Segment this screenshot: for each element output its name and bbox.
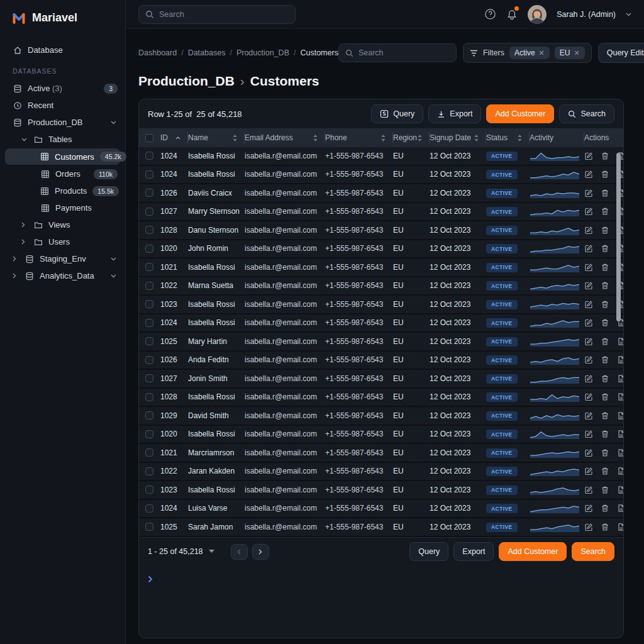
table-scrollbar[interactable] [616, 153, 621, 321]
sort-icon[interactable] [233, 135, 237, 142]
query-editor-button[interactable]: Query Editor [598, 43, 644, 63]
delete-trash-icon[interactable] [601, 374, 609, 383]
sidebar-item-orders[interactable]: Orders 110k [0, 165, 125, 182]
delete-trash-icon[interactable] [601, 467, 609, 475]
delete-trash-icon[interactable] [601, 300, 609, 309]
table-row[interactable]: 1020 John Romin isabella.r@email.com +1-… [139, 240, 623, 259]
delete-trash-icon[interactable] [601, 337, 609, 346]
document-icon[interactable] [617, 448, 623, 457]
edit-icon[interactable] [584, 263, 593, 272]
table-row[interactable]: 1026 Daviis Craicx isabella.r@email.com … [139, 184, 623, 203]
document-icon[interactable] [617, 467, 623, 475]
add-customer-button[interactable]: Add Customer [486, 104, 554, 123]
document-icon[interactable] [617, 411, 623, 420]
delete-trash-icon[interactable] [601, 523, 609, 531]
edit-icon[interactable] [584, 207, 593, 216]
chevron-down-icon[interactable] [111, 121, 116, 125]
edit-icon[interactable] [584, 189, 593, 197]
sidebar-item-views[interactable]: Views [0, 216, 125, 233]
delete-trash-icon[interactable] [601, 430, 609, 438]
row-checkbox[interactable] [145, 504, 153, 513]
table-row[interactable]: 1022 Jaran Kakden isabella.r@email.com +… [139, 463, 623, 482]
delete-trash-icon[interactable] [601, 207, 609, 216]
delete-trash-icon[interactable] [601, 318, 609, 327]
row-checkbox[interactable] [145, 393, 153, 401]
user-name[interactable]: Sarah J. (Admin) [557, 10, 616, 19]
column-header-signup[interactable]: Signup Date [430, 132, 486, 143]
row-checkbox[interactable] [145, 152, 153, 160]
table-row[interactable]: 1020 Isabella Rossi isabella.r@email.com… [139, 426, 623, 445]
edit-icon[interactable] [584, 337, 593, 346]
row-checkbox[interactable] [145, 523, 153, 531]
edit-icon[interactable] [584, 430, 593, 438]
delete-trash-icon[interactable] [601, 504, 609, 513]
row-checkbox[interactable] [145, 448, 153, 457]
edit-icon[interactable] [584, 411, 593, 420]
document-icon[interactable] [617, 392, 623, 401]
table-row[interactable]: 1025 Sarah Jamon isabella.r@email.com +1… [139, 518, 623, 537]
chevron-down-icon[interactable] [21, 138, 28, 142]
breadcrumb-item[interactable]: Production_DB [236, 48, 289, 57]
table-row[interactable]: 1023 Isabella Rossi isabella.r@email.com… [139, 296, 623, 314]
table-row[interactable]: 1027 Jonin Smith isabella.r@email.com +1… [139, 370, 623, 389]
row-checkbox[interactable] [145, 263, 153, 271]
table-row[interactable]: 1023 Isabella Rossi isabella.r@email.com… [139, 481, 623, 500]
row-checkbox[interactable] [145, 245, 153, 253]
sidebar-item-staging-env[interactable]: Staging_Env [0, 250, 125, 267]
document-icon[interactable] [617, 523, 623, 531]
delete-trash-icon[interactable] [601, 411, 609, 420]
table-row[interactable]: 1021 Marcriamrson isabella.r@email.com +… [139, 444, 623, 463]
sidebar-item-active[interactable]: Active (3) 3 [0, 80, 125, 97]
filters-label[interactable]: Filters [483, 48, 504, 57]
table-row[interactable]: 1026 Anda Feditn isabella.r@email.com +1… [139, 352, 623, 370]
sidebar-item-users[interactable]: Users [0, 233, 125, 250]
filter-chip-active[interactable]: Active✕ [509, 47, 550, 59]
edit-icon[interactable] [584, 486, 593, 494]
column-header-phone[interactable]: Phone [325, 132, 393, 143]
chevron-down-icon[interactable] [209, 550, 214, 553]
edit-icon[interactable] [584, 226, 593, 235]
row-checkbox[interactable] [145, 356, 153, 364]
delete-trash-icon[interactable] [601, 189, 609, 197]
edit-icon[interactable] [584, 318, 593, 327]
delete-trash-icon[interactable] [601, 281, 609, 290]
edit-icon[interactable] [584, 374, 593, 383]
console-prompt-chevron-icon[interactable] [148, 575, 153, 583]
table-row[interactable]: 1024 Luisa Varse isabella.r@email.com +1… [139, 500, 623, 519]
breadcrumb-item[interactable]: Databases [188, 48, 226, 57]
delete-trash-icon[interactable] [601, 226, 609, 235]
edit-icon[interactable] [584, 467, 593, 475]
sidebar-item-products[interactable]: Products 15.5k [0, 182, 125, 199]
notifications-bell-icon[interactable] [506, 8, 518, 20]
edit-icon[interactable] [584, 244, 593, 253]
delete-trash-icon[interactable] [601, 152, 609, 160]
row-checkbox[interactable] [145, 430, 153, 438]
sidebar-item-customers[interactable]: Customers 45.2k [5, 148, 120, 165]
query-button[interactable]: Query [371, 104, 423, 123]
column-header-status[interactable]: Status [486, 132, 530, 143]
breadcrumb-item[interactable]: Dashboard [138, 48, 177, 57]
row-checkbox[interactable] [145, 411, 153, 419]
table-row[interactable]: 1024 Isabella Rossi isabella.r@email.com… [139, 166, 623, 185]
row-checkbox[interactable] [145, 467, 153, 475]
column-header-region[interactable]: Region [393, 132, 430, 143]
sidebar-item-analytics-data[interactable]: Analytics_Data [0, 267, 125, 284]
sidebar-item-database[interactable]: Database [0, 42, 125, 58]
chevron-right-icon[interactable] [13, 256, 19, 262]
select-all-checkbox[interactable] [145, 134, 153, 142]
table-row[interactable]: 1027 Marry Sternson isabella.r@email.com… [139, 203, 623, 222]
row-checkbox[interactable] [145, 300, 153, 308]
table-row[interactable]: 1025 Mary Hartin isabella.r@email.com +1… [139, 333, 623, 352]
chevron-right-icon[interactable] [21, 222, 28, 228]
table-search[interactable] [338, 43, 457, 62]
help-icon[interactable] [484, 8, 496, 20]
global-search[interactable] [138, 5, 296, 24]
next-page-button[interactable] [252, 544, 269, 560]
search-button[interactable]: Search [572, 542, 614, 561]
document-icon[interactable] [617, 486, 623, 494]
edit-icon[interactable] [584, 392, 593, 401]
search-button[interactable]: Search [559, 104, 614, 123]
document-icon[interactable] [617, 337, 623, 346]
add-customer-button[interactable]: Add Customer [499, 542, 567, 561]
edit-icon[interactable] [584, 170, 593, 179]
